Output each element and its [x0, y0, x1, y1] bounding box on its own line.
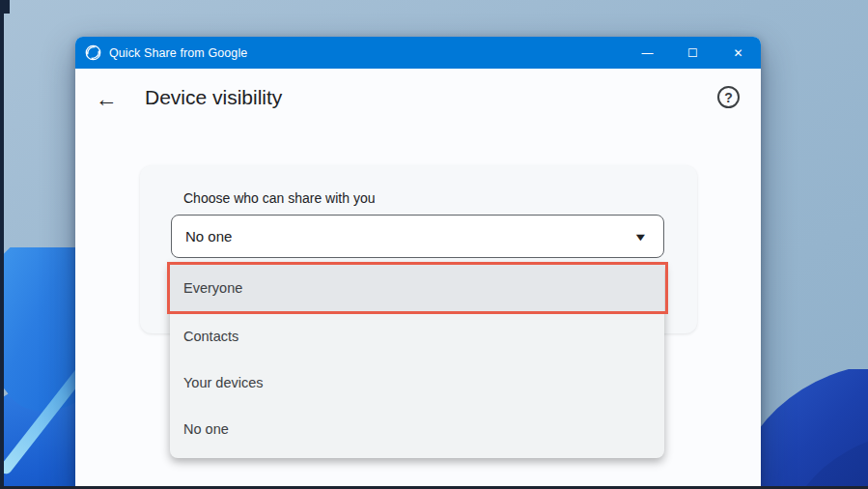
help-icon: ?	[724, 90, 733, 105]
minimize-icon: —	[642, 47, 654, 59]
visibility-dropdown-list: Everyone Contacts Your devices No one	[170, 263, 664, 458]
window-body: ← Device visibility ? Choose who can sha…	[75, 69, 761, 489]
desktop-wallpaper: Quick Share from Google — ☐ ✕ ← Device v…	[0, 0, 868, 489]
option-label: Contacts	[183, 329, 238, 344]
maximize-button[interactable]: ☐	[670, 37, 715, 69]
quick-share-app-icon	[85, 44, 101, 61]
chevron-down-icon: ▼	[633, 231, 648, 243]
back-arrow-icon: ←	[96, 86, 118, 112]
back-button[interactable]: ←	[93, 85, 120, 112]
page-title: Device visibility	[145, 86, 282, 109]
option-label: Your devices	[183, 375, 264, 390]
window-title: Quick Share from Google	[109, 46, 247, 60]
screen-edge-strip	[0, 0, 4, 489]
option-contacts[interactable]: Contacts	[170, 313, 664, 360]
maximize-icon: ☐	[687, 47, 698, 59]
window-titlebar[interactable]: Quick Share from Google — ☐ ✕	[75, 37, 761, 69]
option-your-devices[interactable]: Your devices	[170, 360, 664, 406]
option-label: Everyone	[183, 280, 242, 296]
help-button[interactable]: ?	[717, 86, 740, 108]
field-label: Choose who can share with you	[183, 190, 375, 206]
quick-share-window: Quick Share from Google — ☐ ✕ ← Device v…	[75, 37, 761, 489]
close-icon: ✕	[733, 47, 742, 59]
close-button[interactable]: ✕	[715, 37, 761, 69]
option-no-one[interactable]: No one	[170, 406, 664, 452]
option-label: No one	[183, 421, 229, 437]
select-value: No one	[185, 228, 232, 244]
visibility-select[interactable]: No one ▼	[171, 215, 664, 258]
minimize-button[interactable]: —	[625, 37, 670, 69]
screen-edge-corner	[0, 0, 10, 14]
window-controls: — ☐ ✕	[625, 37, 761, 69]
option-everyone[interactable]: Everyone	[170, 263, 664, 313]
